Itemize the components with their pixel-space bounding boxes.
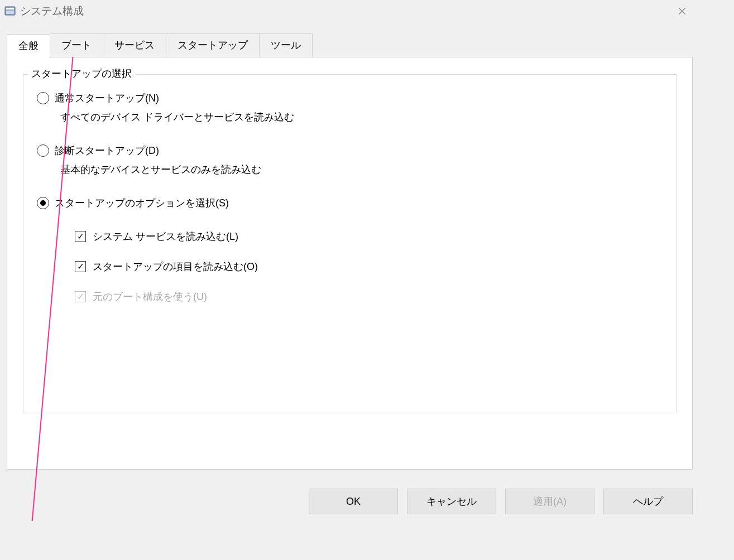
checkbox-icon [75,261,86,272]
checkbox-load-system-services[interactable]: システム サービスを読み込む(L) [75,230,663,243]
svg-rect-2 [6,11,14,14]
radio-label: 通常スタートアップ(N) [55,91,159,105]
tab-label: 全般 [18,40,39,51]
tab-boot[interactable]: ブート [50,33,103,57]
checkbox-icon [75,291,86,302]
content-area: 全般 ブート サービス スタートアップ ツール スタートアップの選択 通常スター… [0,22,699,476]
checkbox-label: システム サービスを読み込む(L) [93,230,238,243]
radio-selective-startup[interactable]: スタートアップのオプションを選択(S) [37,196,663,210]
checkbox-icon [75,231,86,242]
window-title: システム構成 [20,4,669,18]
button-bar: OK キャンセル 適用(A) ヘルプ [309,489,693,514]
checkbox-use-original-boot: 元のブート構成を使う(U) [75,290,663,303]
checkbox-load-startup-items[interactable]: スタートアップの項目を読み込む(O) [75,260,663,273]
help-button[interactable]: ヘルプ [603,489,693,514]
tab-panel-general: スタートアップの選択 通常スタートアップ(N) すべてのデバイス ドライバーとサ… [7,57,693,470]
cancel-button[interactable]: キャンセル [407,489,496,514]
radio-icon [37,144,49,157]
apply-button: 適用(A) [505,489,594,514]
tab-label: スタートアップ [177,40,248,51]
radio-label: スタートアップのオプションを選択(S) [55,196,229,210]
svg-rect-1 [6,8,14,9]
radio-icon [37,197,49,209]
radio-diagnostic-desc: 基本的なデバイスとサービスのみを読み込む [60,163,663,176]
titlebar: システム構成 [0,0,699,22]
ok-button[interactable]: OK [309,489,398,514]
radio-diagnostic-startup[interactable]: 診断スタートアップ(D) [37,144,663,157]
close-button[interactable] [669,2,695,20]
tab-label: サービス [114,40,155,51]
tab-label: ツール [271,40,301,51]
tab-startup[interactable]: スタートアップ [166,33,260,57]
group-legend: スタートアップの選択 [28,67,135,80]
tab-general[interactable]: 全般 [7,34,50,57]
tab-services[interactable]: サービス [103,33,166,57]
startup-selection-group: スタートアップの選択 通常スタートアップ(N) すべてのデバイス ドライバーとサ… [23,74,677,413]
radio-label: 診断スタートアップ(D) [55,144,159,157]
tab-tools[interactable]: ツール [259,33,313,57]
checkbox-label: スタートアップの項目を読み込む(O) [93,260,258,273]
radio-icon [37,92,49,104]
window: システム構成 全般 ブート サービス スタートアップ ツール スタートアップの選… [0,0,699,521]
checkbox-label: 元のブート構成を使う(U) [93,290,207,303]
radio-normal-desc: すべてのデバイス ドライバーとサービスを読み込む [60,110,663,124]
tabstrip: 全般 ブート サービス スタートアップ ツール [7,33,693,57]
radio-normal-startup[interactable]: 通常スタートアップ(N) [37,91,663,105]
app-icon [4,6,16,17]
tab-label: ブート [61,40,92,51]
